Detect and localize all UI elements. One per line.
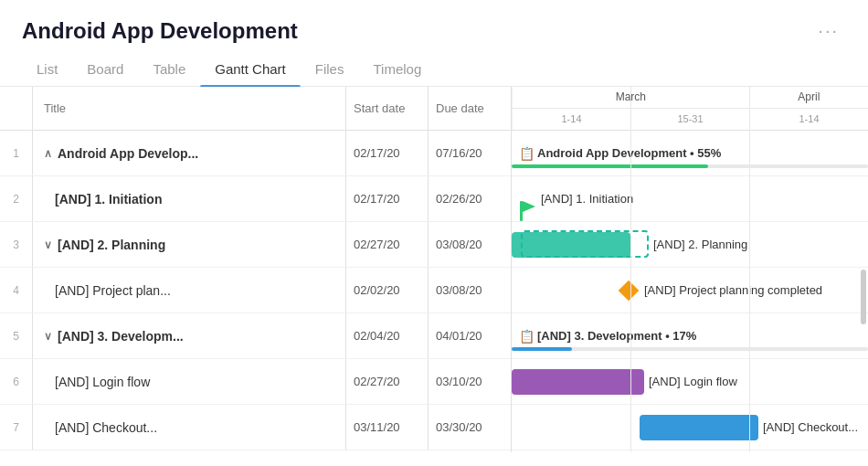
row-due-6: 03/10/20 [429, 359, 511, 404]
row-num-4: 4 [0, 268, 33, 312]
row-start-5: 02/04/20 [346, 313, 429, 358]
gantt-row-3: [AND] 2. Planning [512, 222, 868, 268]
gantt-section: March April 1-14 15-31 1-14 📋 Android Ap… [512, 87, 868, 452]
gantt-month-march: March [512, 87, 749, 108]
table-row: 2 [AND] 1. Initiation 02/17/20 02/26/20 [0, 176, 511, 222]
doc-icon-5: 📋 [519, 329, 535, 344]
gantt-label-5: [AND] 3. Development • 17% [537, 329, 696, 343]
gantt-label-7: [AND] Checkout... [763, 420, 858, 434]
row-title-2[interactable]: [AND] 1. Initiation [33, 176, 346, 221]
gantt-bar-login [512, 369, 644, 395]
row-due-4: 03/08/20 [429, 268, 511, 312]
row-due-2: 02/26/20 [429, 176, 511, 221]
main-content: Title Start date Due date 1 ∧ Android Ap… [0, 87, 868, 452]
table-header: Title Start date Due date [0, 87, 511, 131]
app-header: Android App Development ··· [0, 0, 868, 45]
gantt-label-1: Android App Development • 55% [537, 146, 721, 160]
row-start-3: 02/27/20 [346, 222, 429, 267]
row-due-3: 03/08/20 [429, 222, 511, 267]
th-title: Title [33, 87, 346, 130]
row-due-1: 07/16/20 [429, 131, 511, 175]
collapse-icon-5[interactable]: ∨ [44, 330, 52, 343]
gantt-row-4: [AND] Project planning completed [512, 268, 868, 313]
row-title-1[interactable]: ∧ Android App Develop... [33, 131, 346, 175]
gantt-row-5: 📋 [AND] 3. Development • 17% [512, 313, 868, 359]
th-row-num [0, 87, 33, 130]
tab-table[interactable]: Table [138, 52, 200, 86]
svg-marker-1 [523, 201, 535, 212]
tab-timelog[interactable]: Timelog [358, 52, 436, 86]
gantt-scrollbar[interactable] [861, 270, 866, 324]
more-options-button[interactable]: ··· [810, 16, 846, 45]
gantt-label-3: [AND] 2. Planning [653, 238, 747, 251]
gantt-weeks: 1-14 15-31 1-14 [512, 109, 868, 130]
table-row: 6 [AND] Login flow 02/27/20 03/10/20 [0, 359, 511, 405]
gantt-label-4: [AND] Project planning completed [644, 283, 822, 297]
gantt-week-3: 1-14 [749, 109, 868, 130]
collapse-icon-1[interactable]: ∧ [44, 147, 52, 160]
tab-list[interactable]: List [22, 52, 72, 86]
nav-tabs: List Board Table Gantt Chart Files Timel… [0, 52, 868, 87]
row-num-7: 7 [0, 405, 33, 450]
row-num-6: 6 [0, 359, 33, 404]
tab-gantt[interactable]: Gantt Chart [200, 52, 301, 86]
gantt-progress-bar-5 [512, 347, 572, 351]
table-row: 5 ∨ [AND] 3. Developm... 02/04/20 04/01/… [0, 313, 511, 359]
gantt-month-april: April [749, 87, 868, 108]
app-title: Android App Development [22, 18, 298, 44]
gantt-row-2: [AND] 1. Initiation [512, 176, 868, 222]
gantt-week-1: 1-14 [512, 109, 630, 130]
th-start-date: Start date [346, 87, 429, 130]
gantt-label-2: [AND] 1. Initiation [541, 192, 633, 206]
row-title-4[interactable]: [AND] Project plan... [33, 268, 346, 312]
gantt-progress-bar-1 [512, 164, 708, 168]
table-row: 3 ∨ [AND] 2. Planning 02/27/20 03/08/20 [0, 222, 511, 268]
row-num-2: 2 [0, 176, 33, 221]
gantt-bar-planning-dashed [521, 230, 649, 258]
row-title-6[interactable]: [AND] Login flow [33, 359, 346, 404]
row-num-5: 5 [0, 313, 33, 358]
gantt-months: March April [512, 87, 868, 109]
row-start-4: 02/02/20 [346, 268, 429, 312]
row-due-7: 03/30/20 [429, 405, 511, 450]
table-row: 1 ∧ Android App Develop... 02/17/20 07/1… [0, 131, 511, 176]
svg-rect-0 [520, 201, 523, 221]
doc-icon-1: 📋 [519, 146, 535, 161]
tab-board[interactable]: Board [72, 52, 138, 86]
gantt-row-1: 📋 Android App Development • 55% [512, 131, 868, 176]
row-num-1: 1 [0, 131, 33, 175]
row-start-7: 03/11/20 [346, 405, 429, 450]
gantt-row-7: [AND] Checkout... [512, 405, 868, 450]
gantt-header: March April 1-14 15-31 1-14 [512, 87, 868, 131]
row-title-3[interactable]: ∨ [AND] 2. Planning [33, 222, 346, 267]
row-start-2: 02/17/20 [346, 176, 429, 221]
gantt-row-6: [AND] Login flow [512, 359, 868, 405]
row-start-1: 02/17/20 [346, 131, 429, 175]
table-row: 4 [AND] Project plan... 02/02/20 03/08/2… [0, 268, 511, 313]
collapse-icon-3[interactable]: ∨ [44, 238, 52, 251]
gantt-bar-checkout [640, 415, 758, 440]
row-title-5[interactable]: ∨ [AND] 3. Developm... [33, 313, 346, 358]
row-num-3: 3 [0, 222, 33, 267]
row-start-6: 02/27/20 [346, 359, 429, 404]
tab-files[interactable]: Files [301, 52, 359, 86]
diamond-icon-4 [619, 281, 640, 302]
table-section: Title Start date Due date 1 ∧ Android Ap… [0, 87, 512, 452]
row-due-5: 04/01/20 [429, 313, 511, 358]
row-title-7[interactable]: [AND] Checkout... [33, 405, 346, 450]
th-due-date: Due date [429, 87, 511, 130]
gantt-label-6: [AND] Login flow [649, 375, 737, 388]
table-row: 7 [AND] Checkout... 03/11/20 03/30/20 [0, 405, 511, 450]
gantt-week-2: 15-31 [630, 109, 749, 130]
